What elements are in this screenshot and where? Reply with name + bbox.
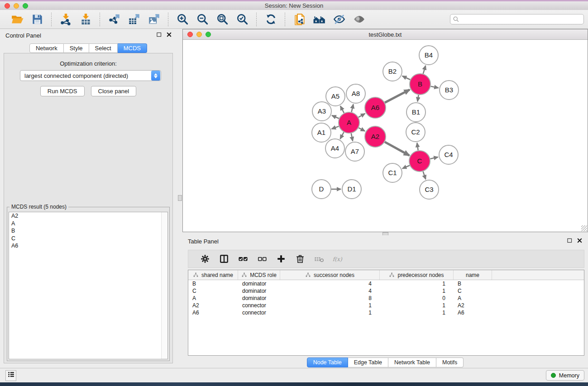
node-D[interactable]: D (312, 180, 331, 199)
tab-mcds[interactable]: MCDS (118, 43, 147, 53)
edge-B-B3[interactable] (431, 86, 439, 88)
column-header-shared-name[interactable]: shared name (188, 270, 238, 280)
search-input[interactable] (450, 14, 584, 24)
mcds-result-item[interactable]: C (9, 235, 167, 243)
edge-A-A6[interactable] (359, 114, 365, 117)
edge-C-C3[interactable] (423, 172, 426, 179)
columns-icon[interactable] (218, 253, 230, 265)
criterion-dropdown[interactable]: largest connected component (directed) (20, 70, 161, 81)
mcds-result-item[interactable]: A (9, 220, 167, 228)
node-C4[interactable]: C4 (439, 145, 458, 164)
node-C[interactable]: C (409, 151, 430, 172)
houses-icon[interactable] (312, 13, 326, 26)
save-icon[interactable] (30, 13, 44, 26)
tab-network[interactable]: Network (29, 43, 64, 53)
column-header-name[interactable]: name (454, 270, 492, 280)
edge-A-A2[interactable] (359, 128, 365, 131)
task-history-button[interactable] (5, 370, 16, 381)
close-panel-button[interactable]: Close panel (91, 86, 137, 96)
export-table-icon[interactable] (127, 13, 141, 26)
close-table-panel-icon[interactable] (577, 238, 583, 245)
node-C1[interactable]: C1 (383, 163, 402, 182)
tab-node-table[interactable]: Node Table (307, 357, 348, 367)
network-graph[interactable]: B4B2BB3B1A5A8A3A6AA1A2C2A4A7C4CC1C3DD1 (183, 40, 588, 232)
tab-motifs[interactable]: Motifs (436, 357, 464, 367)
column-header-MCDS-role[interactable]: MCDS role (238, 270, 280, 280)
delete-table-icon[interactable] (313, 253, 325, 265)
edge-C-C2[interactable] (417, 143, 418, 150)
node-B4[interactable]: B4 (419, 46, 438, 65)
table-row[interactable]: A6connector11A6 (188, 309, 584, 316)
vertical-split-grip[interactable] (178, 195, 182, 201)
tab-network-table[interactable]: Network Table (388, 357, 436, 367)
zoom-fit-icon[interactable] (215, 13, 229, 26)
network-canvas[interactable]: B4B2BB3B1A5A8A3A6AA1A2C2A4A7C4CC1C3DD1 (183, 40, 588, 232)
tab-style[interactable]: Style (64, 43, 89, 53)
preview-icon[interactable] (352, 13, 366, 26)
mcds-result-item[interactable]: A2 (9, 212, 167, 220)
window-resize-grip[interactable] (581, 225, 587, 231)
network-window-titlebar[interactable]: testGlobe.txt (183, 29, 588, 40)
edge-A-A3[interactable] (332, 115, 339, 119)
mcds-result-item[interactable]: B (9, 227, 167, 235)
clone-network-icon[interactable] (292, 13, 306, 26)
node-C3[interactable]: C3 (420, 180, 439, 199)
node-A3[interactable]: A3 (312, 102, 331, 121)
function-icon[interactable]: f(x) (332, 253, 344, 265)
show-hide-icon[interactable] (332, 13, 346, 26)
column-header-successor-nodes[interactable]: successor nodes (280, 270, 380, 280)
node-D1[interactable]: D1 (342, 180, 361, 199)
table-row[interactable]: A2connector11A2 (188, 302, 584, 309)
add-row-icon[interactable] (275, 253, 287, 265)
edge-A-A4[interactable] (340, 132, 344, 139)
edge-B-B2[interactable] (402, 76, 410, 80)
float-table-panel-icon[interactable] (567, 238, 573, 245)
zoom-in-icon[interactable] (176, 13, 189, 26)
window-titlebar[interactable]: Session: New Session (0, 1, 588, 10)
run-mcds-button[interactable]: Run MCDS (40, 86, 85, 96)
edge-A-A5[interactable] (340, 106, 344, 113)
open-folder-icon[interactable] (10, 13, 24, 26)
edge-B-B1[interactable] (417, 95, 418, 101)
edge-A-A7[interactable] (351, 133, 353, 141)
node-B[interactable]: B (410, 74, 430, 95)
table-row[interactable]: Cdominator41C (188, 287, 584, 295)
memory-button[interactable]: Memory (546, 370, 584, 381)
delete-row-icon[interactable] (294, 253, 306, 265)
tab-select[interactable]: Select (89, 43, 118, 53)
mcds-result-list[interactable]: A2ABCA6 (9, 212, 168, 359)
node-B2[interactable]: B2 (383, 62, 402, 81)
node-A8[interactable]: A8 (346, 84, 365, 103)
node-C2[interactable]: C2 (406, 123, 425, 142)
zoom-selected-icon[interactable] (235, 13, 249, 26)
export-network-icon[interactable] (107, 13, 121, 26)
node-B1[interactable]: B1 (406, 103, 425, 122)
mcds-list-scrollbar[interactable] (161, 212, 167, 359)
table-row[interactable]: Adominator80A (188, 295, 584, 302)
column-header-predecessor-nodes[interactable]: predecessor nodes (380, 270, 454, 280)
deselect-all-icon[interactable] (256, 253, 268, 265)
float-panel-icon[interactable] (156, 32, 162, 39)
table-row[interactable]: Bdominator41B (188, 280, 584, 287)
node-A2[interactable]: A2 (365, 126, 386, 147)
edge-A2-C[interactable] (385, 142, 409, 156)
edge-C-C4[interactable] (430, 157, 438, 159)
zoom-out-icon[interactable] (196, 13, 209, 26)
edge-B-B4[interactable] (423, 66, 425, 74)
refresh-icon[interactable] (264, 13, 277, 26)
edge-A-A1[interactable] (332, 126, 339, 129)
node-B3[interactable]: B3 (440, 81, 459, 100)
export-image-icon[interactable] (147, 13, 161, 26)
node-A[interactable]: A (339, 112, 359, 133)
node-A1[interactable]: A1 (312, 123, 331, 142)
node-A7[interactable]: A7 (345, 142, 364, 161)
node-A6[interactable]: A6 (365, 97, 386, 118)
select-all-icon[interactable] (237, 253, 249, 265)
close-panel-icon[interactable] (166, 32, 172, 39)
tab-edge-table[interactable]: Edge Table (348, 357, 388, 367)
mcds-result-item[interactable]: A6 (9, 242, 167, 250)
edge-C-C1[interactable] (402, 166, 410, 169)
node-A5[interactable]: A5 (326, 87, 345, 106)
node-A4[interactable]: A4 (325, 139, 344, 158)
edge-A6-B[interactable] (385, 90, 410, 103)
